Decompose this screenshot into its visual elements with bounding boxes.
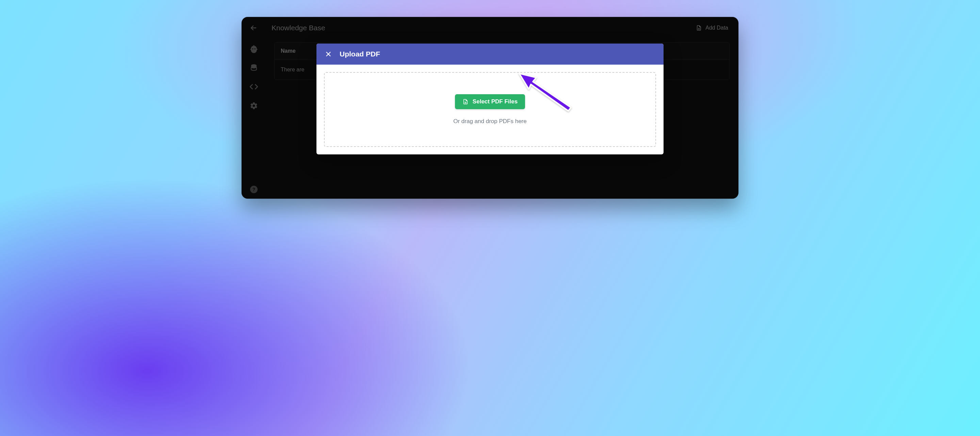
file-icon <box>463 98 469 105</box>
select-pdf-label: Select PDF Files <box>473 98 517 105</box>
modal-close-button[interactable] <box>324 50 333 59</box>
upload-pdf-modal: Upload PDF Select PDF Files Or drag and … <box>317 44 663 154</box>
file-dropzone[interactable]: Select PDF Files Or drag and drop PDFs h… <box>324 72 656 147</box>
select-pdf-button[interactable]: Select PDF Files <box>455 94 525 109</box>
close-icon <box>325 50 332 58</box>
modal-header: Upload PDF <box>317 44 663 65</box>
app-window: Knowledge Base Add Data ? <box>242 17 738 199</box>
drop-hint-text: Or drag and drop PDFs here <box>453 118 527 125</box>
modal-body: Select PDF Files Or drag and drop PDFs h… <box>317 65 663 154</box>
modal-title: Upload PDF <box>340 50 380 58</box>
